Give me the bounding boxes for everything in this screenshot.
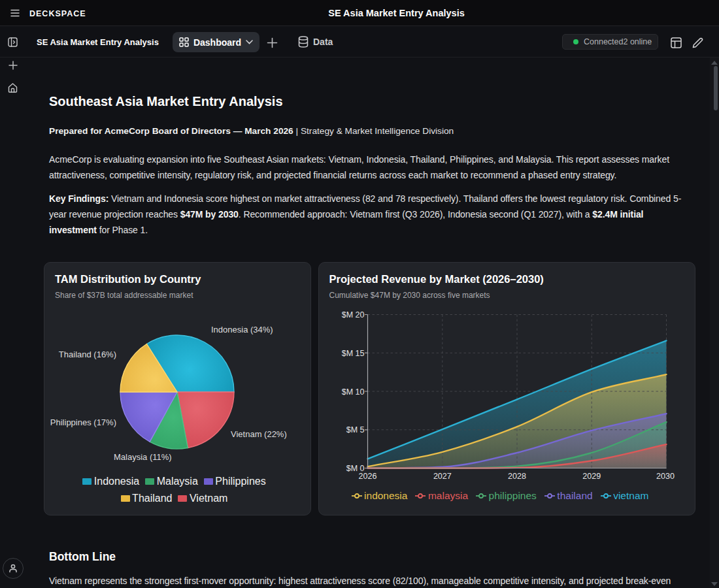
svg-text:2026: 2026	[358, 472, 376, 481]
svg-text:2030: 2030	[656, 472, 675, 481]
svg-text:2029: 2029	[582, 472, 601, 481]
svg-text:2028: 2028	[508, 472, 526, 481]
svg-text:$M 15: $M 15	[341, 349, 364, 358]
svg-text:$M 5: $M 5	[346, 425, 364, 434]
svg-text:$M 20: $M 20	[341, 310, 364, 319]
svg-text:2027: 2027	[433, 472, 451, 481]
svg-text:$M 10: $M 10	[341, 387, 364, 397]
